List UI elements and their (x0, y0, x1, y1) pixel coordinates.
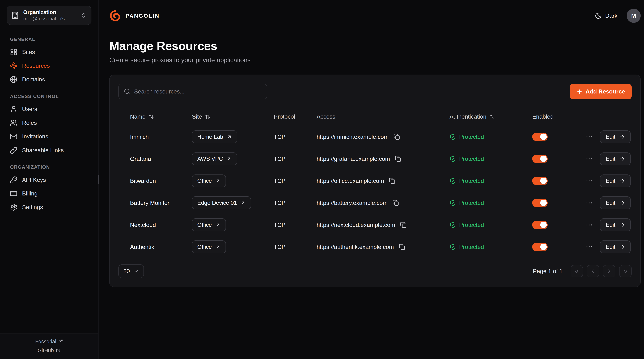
chevrons-up-down-icon (81, 12, 87, 18)
chevron-left-icon (590, 268, 596, 274)
org-selector[interactable]: Organization milo@fossorial.io's ... (7, 6, 92, 25)
access-url: https://authentik.example.com (316, 244, 394, 250)
theme-toggle-button[interactable]: Dark (595, 12, 618, 19)
edit-button[interactable]: Edit (600, 130, 631, 143)
add-resource-label: Add Resource (586, 88, 625, 95)
sidebar-item-invitations[interactable]: Invitations (7, 130, 92, 143)
enabled-toggle[interactable] (532, 221, 548, 229)
enabled-cell (532, 199, 578, 207)
site-link-button[interactable]: Office (192, 218, 226, 231)
sidebar-item-roles[interactable]: Roles (7, 116, 92, 130)
row-actions-menu-button[interactable] (584, 132, 594, 142)
chevrons-left-icon (574, 268, 580, 274)
enabled-toggle[interactable] (532, 243, 548, 251)
building-icon (11, 12, 19, 19)
site-link-button[interactable]: Office (192, 174, 226, 187)
column-header-access: Access (316, 113, 450, 120)
app-root: Organization milo@fossorial.io's ... GEN… (0, 0, 644, 359)
table-row: Bitwarden Office TCP https://office.exam… (118, 170, 632, 192)
copy-button[interactable] (394, 155, 402, 163)
add-resource-button[interactable]: Add Resource (570, 84, 632, 100)
copy-button[interactable] (392, 199, 400, 207)
copy-button[interactable] (398, 243, 406, 251)
sidebar-item-domains[interactable]: Domains (7, 73, 92, 86)
arrow-right-icon (619, 244, 625, 250)
auth-status-label: Protected (459, 134, 484, 140)
protocol-cell: TCP (274, 244, 316, 250)
edit-button[interactable]: Edit (600, 152, 631, 165)
toggle-knob (540, 134, 547, 140)
edit-button[interactable]: Edit (600, 218, 631, 231)
copy-icon (389, 178, 395, 184)
edit-button[interactable]: Edit (600, 174, 631, 187)
column-header-authentication[interactable]: Authentication (450, 113, 532, 120)
arrow-right-icon (619, 134, 625, 140)
row-actions-menu-button[interactable] (584, 220, 594, 230)
table-footer: 20 Page 1 of 1 (118, 264, 632, 278)
enabled-toggle[interactable] (532, 133, 548, 141)
sidebar-item-shareable-links[interactable]: Shareable Links (7, 144, 92, 157)
footer-link-github[interactable]: GitHub (38, 348, 60, 354)
access-cell: https://battery.example.com (316, 199, 450, 207)
sidebar-item-sites[interactable]: Sites (7, 46, 92, 59)
enabled-toggle[interactable] (532, 199, 548, 207)
nav-heading-general: GENERAL (10, 36, 88, 42)
chevrons-right-icon (622, 268, 628, 274)
auth-status-badge: Protected (450, 156, 532, 162)
brand-home-link[interactable]: PANGOLIN (109, 10, 160, 22)
auth-status-badge: Protected (450, 244, 532, 250)
site-link-button[interactable]: AWS VPC (192, 152, 237, 165)
page-size-select[interactable]: 20 (118, 264, 144, 278)
copy-button[interactable] (399, 221, 407, 229)
sidebar-item-resources[interactable]: Resources (7, 59, 92, 72)
sidebar-item-settings[interactable]: Settings (7, 200, 92, 214)
next-page-button[interactable] (603, 265, 616, 278)
first-page-button[interactable] (570, 265, 583, 278)
external-link-icon (58, 339, 63, 344)
topbar-right: Dark M (595, 9, 641, 23)
resource-name-cell: Immich (118, 134, 192, 140)
copy-icon (399, 244, 405, 250)
copy-button[interactable] (388, 177, 396, 185)
column-header-name[interactable]: Name (118, 113, 192, 120)
site-label: Office (197, 244, 212, 250)
sidebar-item-label: Users (22, 106, 37, 112)
enabled-toggle[interactable] (532, 155, 548, 163)
site-cell: Office (192, 240, 274, 253)
sidebar-item-users[interactable]: Users (7, 102, 92, 116)
table-header: Name Site Protocol Access Authenticati (118, 108, 632, 126)
avatar[interactable]: M (626, 9, 641, 23)
credit-card-icon (10, 190, 18, 197)
column-label: Authentication (450, 113, 486, 120)
actions-cell: Edit (578, 196, 632, 209)
edit-button[interactable]: Edit (600, 196, 631, 209)
enabled-toggle[interactable] (532, 177, 548, 185)
site-link-button[interactable]: Edge Device 01 (192, 196, 251, 209)
access-cell: https://authentik.example.com (316, 243, 450, 251)
column-header-site[interactable]: Site (192, 113, 274, 120)
site-link-button[interactable]: Office (192, 240, 226, 253)
row-actions-menu-button[interactable] (584, 242, 594, 252)
copy-button[interactable] (393, 133, 401, 141)
site-cell: Office (192, 174, 274, 187)
arrow-right-icon (619, 200, 625, 206)
edit-button[interactable]: Edit (600, 240, 631, 253)
edit-label: Edit (606, 244, 616, 250)
page-size-value: 20 (124, 268, 130, 274)
auth-status-badge: Protected (450, 222, 532, 228)
column-label: Access (316, 113, 336, 120)
row-actions-menu-button[interactable] (584, 154, 594, 164)
sidebar-resize-handle[interactable] (98, 175, 99, 184)
prev-page-button[interactable] (587, 265, 599, 278)
shield-check-icon (450, 156, 456, 162)
sidebar-item-api-keys[interactable]: API Keys (7, 173, 92, 186)
footer-link-fossorial[interactable]: Fossorial (35, 338, 63, 344)
sidebar-item-billing[interactable]: Billing (7, 187, 92, 200)
row-actions-menu-button[interactable] (584, 198, 594, 208)
row-actions-menu-button[interactable] (584, 176, 594, 186)
search-input[interactable] (134, 88, 262, 95)
site-link-button[interactable]: Home Lab (192, 130, 237, 143)
last-page-button[interactable] (619, 265, 632, 278)
sort-icon (205, 114, 210, 119)
column-label: Protocol (274, 113, 295, 120)
